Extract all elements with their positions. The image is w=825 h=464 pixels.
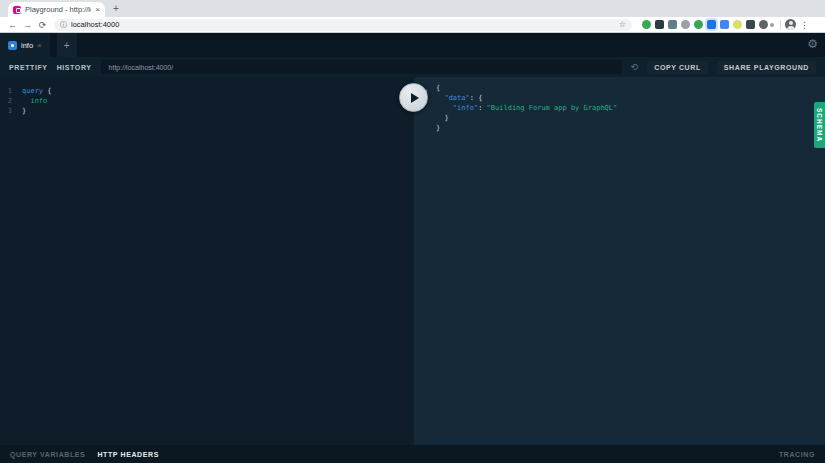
code-line: "info": "Building Forum app by GraphQL" <box>436 103 825 113</box>
line-number: 2 <box>0 96 12 106</box>
extension-icon[interactable] <box>681 20 690 29</box>
line-number: 3 <box>0 106 12 116</box>
code-line: 3} <box>0 106 413 116</box>
browser-menu-icon[interactable]: ⋮ <box>800 20 809 30</box>
browser-tabstrip: Playground - http://localhost:4 × + <box>0 0 825 17</box>
browser-tab-title: Playground - http://localhost:4 <box>25 5 91 14</box>
extension-icon[interactable] <box>720 20 729 29</box>
bookmark-star-icon[interactable]: ☆ <box>619 20 626 29</box>
code-line: 1query { <box>0 86 413 96</box>
reload-icon[interactable]: ⟳ <box>35 20 50 30</box>
copy-curl-button[interactable]: COPY CURL <box>647 61 708 74</box>
session-main: 1query {2 info3} ▾{ "data": { "info": "B… <box>0 77 825 445</box>
code-line: 2 info <box>0 96 413 106</box>
http-headers-tab[interactable]: HTTP HEADERS <box>97 451 159 458</box>
extension-icon[interactable] <box>746 20 755 29</box>
response-pane: ▾{ "data": { "info": "Building Forum app… <box>413 77 825 445</box>
playground-favicon-icon <box>13 6 21 14</box>
code-line: ▾{ <box>436 83 825 93</box>
extension-icon[interactable] <box>733 20 742 29</box>
extensions-row <box>642 20 768 29</box>
forward-icon[interactable]: → <box>20 20 35 30</box>
query-variables-tab[interactable]: QUERY VARIABLES <box>10 451 85 458</box>
toolbar-divider <box>780 20 781 30</box>
play-icon <box>411 93 419 103</box>
new-tab-button[interactable]: + <box>113 3 119 15</box>
omnibox[interactable]: ⓘ localhost:4000 ☆ <box>54 19 632 31</box>
query-tab-dot-icon <box>8 41 17 50</box>
extension-icon[interactable] <box>642 20 651 29</box>
graphql-playground: info × + ⚙ PRETTIFY HISTORY http://local… <box>0 33 825 463</box>
back-icon[interactable]: ← <box>5 20 20 30</box>
extension-icon[interactable] <box>707 20 716 29</box>
code-line: "data": { <box>436 93 825 103</box>
add-session-tab-button[interactable]: + <box>57 33 77 57</box>
playground-tabbar: info × + ⚙ <box>0 33 825 57</box>
tracing-tab[interactable]: TRACING <box>779 451 815 458</box>
code-line: } <box>436 123 825 133</box>
site-info-icon[interactable]: ⓘ <box>60 20 67 30</box>
url-text[interactable]: localhost:4000 <box>71 20 615 29</box>
extension-dot-icon[interactable] <box>770 23 774 27</box>
prettify-button[interactable]: PRETTIFY <box>9 64 48 71</box>
tab-close-icon[interactable]: × <box>95 6 100 14</box>
history-button[interactable]: HISTORY <box>57 64 92 71</box>
extension-icon[interactable] <box>759 20 768 29</box>
share-playground-button[interactable]: SHARE PLAYGROUND <box>717 61 816 74</box>
session-tab-close-icon[interactable]: × <box>37 41 42 50</box>
extension-icon[interactable] <box>694 20 703 29</box>
session-toolbar: PRETTIFY HISTORY http://localhost:4000/ … <box>0 57 825 77</box>
bottom-bar: QUERY VARIABLES HTTP HEADERS TRACING <box>0 445 825 463</box>
endpoint-url-text: http://localhost:4000/ <box>109 64 174 71</box>
session-tab-label: info <box>21 41 33 50</box>
endpoint-input[interactable]: http://localhost:4000/ <box>101 60 622 74</box>
code-line: } <box>436 113 825 123</box>
extension-icon[interactable] <box>655 20 664 29</box>
line-number: 1 <box>0 86 12 96</box>
profile-avatar[interactable] <box>785 19 796 30</box>
settings-gear-icon[interactable]: ⚙ <box>807 38 818 50</box>
browser-toolbar: ← → ⟳ ⓘ localhost:4000 ☆ ⋮ <box>0 17 825 33</box>
execute-button[interactable] <box>399 83 428 112</box>
query-editor[interactable]: 1query {2 info3} <box>0 77 413 445</box>
browser-tab[interactable]: Playground - http://localhost:4 × <box>8 2 105 17</box>
reconnect-icon[interactable]: ⟲ <box>631 63 639 72</box>
schema-tab-button[interactable]: SCHEMA <box>814 102 825 148</box>
extension-icon[interactable] <box>668 20 677 29</box>
session-tab-info[interactable]: info × <box>0 33 50 57</box>
